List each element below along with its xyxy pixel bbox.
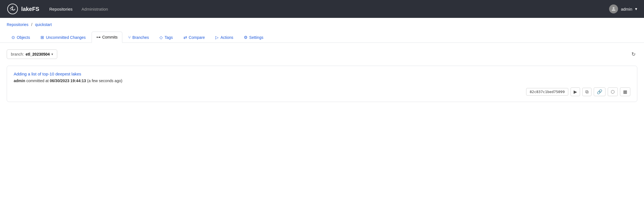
svg-point-1	[12, 6, 13, 8]
commit-title-link[interactable]: Adding a list of top-10 deepest lakes	[14, 72, 81, 76]
commit-committed-label: committed at	[26, 79, 50, 83]
breadcrumb-quickstart[interactable]: quickstart	[35, 22, 52, 27]
tab-tags[interactable]: ◇ Tags	[155, 32, 178, 43]
logo[interactable]: lakeFS	[7, 3, 39, 15]
commit-actions-row: 82c837c1bed75099 ▶ ⧉ 🔗 ⬡ ▦	[14, 87, 630, 96]
settings-icon: ⚙	[244, 35, 247, 40]
tab-settings-label: Settings	[249, 35, 263, 40]
tab-compare[interactable]: ⇄ Compare	[179, 32, 210, 43]
branch-chevron-icon: ▾	[51, 52, 53, 56]
actions-icon: ▷	[215, 35, 219, 40]
user-avatar-icon	[609, 4, 618, 13]
user-menu[interactable]: admin ▾	[609, 4, 637, 13]
compare-icon: ⇄	[183, 35, 187, 40]
tab-settings[interactable]: ⚙ Settings	[239, 32, 268, 43]
tab-uncommitted[interactable]: ⊞ Uncommitted Changes	[36, 32, 90, 43]
objects-icon: ⊙	[11, 35, 15, 40]
tab-commits-label: Commits	[102, 35, 118, 39]
commit-action-object[interactable]: ⬡	[608, 87, 618, 96]
cube-icon: ⬡	[611, 89, 615, 94]
navbar-left: lakeFS Repositories Administration	[7, 3, 111, 15]
commit-hash: 82c837c1bed75099	[526, 88, 568, 96]
commit-relative-time: (a few seconds ago)	[87, 79, 122, 83]
commit-action-copy[interactable]: ⧉	[582, 88, 591, 96]
breadcrumb-separator: /	[31, 22, 32, 27]
navbar: lakeFS Repositories Administration admin…	[0, 0, 644, 18]
branch-row: branch: etl_20230504 ▾ ↻	[7, 49, 637, 59]
refresh-icon: ↻	[631, 51, 636, 57]
play-icon: ▶	[574, 89, 577, 94]
commit-card: Adding a list of top-10 deepest lakes ad…	[7, 66, 637, 102]
commit-action-calendar[interactable]: ▦	[620, 87, 630, 96]
tags-icon: ◇	[159, 35, 163, 40]
tab-actions-label: Actions	[220, 35, 233, 40]
branches-icon: ⑂	[128, 35, 131, 40]
nav-links: Repositories Administration	[46, 5, 111, 13]
link-icon: 🔗	[597, 89, 602, 94]
commit-author: admin	[14, 79, 25, 83]
commit-title: Adding a list of top-10 deepest lakes	[14, 72, 630, 76]
tab-branches[interactable]: ⑂ Branches	[123, 32, 154, 42]
tab-uncommitted-label: Uncommitted Changes	[46, 35, 85, 40]
tabs-bar: ⊙ Objects ⊞ Uncommitted Changes ⊶ Commit…	[0, 27, 644, 43]
breadcrumb-repositories[interactable]: Repositories	[7, 22, 28, 27]
svg-point-2	[613, 7, 615, 9]
commit-action-link[interactable]: 🔗	[594, 87, 605, 96]
tab-commits[interactable]: ⊶ Commits	[92, 32, 122, 43]
nav-administration[interactable]: Administration	[78, 5, 111, 13]
copy-icon: ⧉	[585, 89, 588, 94]
main-content: branch: etl_20230504 ▾ ↻ Adding a list o…	[0, 43, 644, 109]
nav-repositories[interactable]: Repositories	[46, 5, 76, 13]
commit-timestamp: 06/30/2023 19:44:13	[50, 79, 86, 83]
tab-branches-label: Branches	[132, 35, 149, 40]
commit-action-play[interactable]: ▶	[571, 87, 580, 96]
tab-objects[interactable]: ⊙ Objects	[7, 32, 35, 43]
user-chevron-icon: ▾	[635, 6, 637, 11]
branch-prefix-label: branch:	[11, 52, 24, 56]
calendar-icon: ▦	[623, 89, 627, 94]
tab-compare-label: Compare	[189, 35, 205, 40]
tab-objects-label: Objects	[17, 35, 30, 40]
uncommitted-icon: ⊞	[40, 35, 44, 40]
commit-meta: admin committed at 06/30/2023 19:44:13 (…	[14, 79, 630, 83]
tab-actions[interactable]: ▷ Actions	[211, 32, 238, 43]
lakefs-logo-icon	[7, 3, 18, 15]
commits-icon: ⊶	[96, 35, 101, 40]
tab-tags-label: Tags	[164, 35, 173, 40]
brand-name: lakeFS	[21, 6, 39, 12]
branch-name: etl_20230504	[26, 52, 50, 56]
branch-selector[interactable]: branch: etl_20230504 ▾	[7, 49, 57, 59]
breadcrumb: Repositories / quickstart	[0, 18, 644, 27]
user-name: admin	[621, 7, 632, 11]
refresh-button[interactable]: ↻	[630, 49, 637, 59]
